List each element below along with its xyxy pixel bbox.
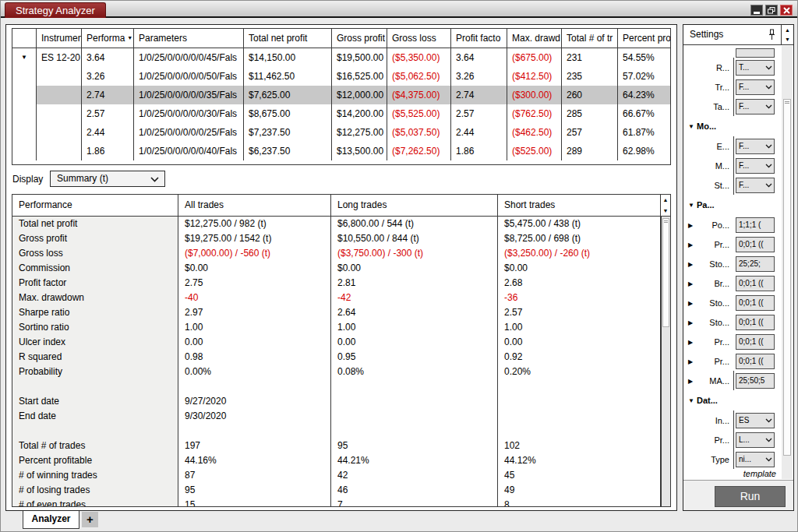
settings-field-value[interactable]: 25;25; — [736, 256, 775, 272]
results-cell: 285 — [562, 104, 618, 123]
minimize-button[interactable] — [750, 5, 763, 16]
results-cell: 3.26 — [451, 67, 507, 86]
results-header-spacer — [12, 29, 37, 48]
settings-field-value[interactable]: 25;50;5 — [736, 373, 775, 389]
settings-field-dropdown[interactable]: L... — [736, 432, 775, 448]
settings-field-dropdown[interactable]: F... — [736, 99, 775, 115]
performance-metric-label: Gross profit — [12, 231, 178, 246]
add-tab-button[interactable]: + — [82, 512, 98, 527]
settings-field-value[interactable]: 0;0;1 (( — [736, 315, 775, 330]
group-divider — [733, 175, 734, 195]
results-column-header[interactable]: Instrument — [37, 29, 82, 48]
results-column-header[interactable]: Performa▼ — [82, 29, 134, 48]
settings-field-dropdown[interactable]: F... — [736, 139, 775, 154]
performance-value: $0.00 — [178, 261, 331, 276]
results-cell: 3.64 — [82, 48, 134, 67]
settings-field-row: Pr...L... — [683, 430, 781, 449]
results-row[interactable]: 2.571/0/25/0/0/0/0/0/30/Fals$8,675.00$14… — [12, 104, 670, 123]
results-column-header[interactable]: Max. drawd — [507, 29, 562, 48]
close-button[interactable] — [780, 5, 793, 16]
performance-value: 44.12% — [498, 453, 661, 468]
performance-value: 45 — [498, 468, 661, 483]
section-collapse-icon[interactable]: ▼ — [688, 397, 694, 404]
section-collapse-icon[interactable]: ▼ — [688, 123, 694, 130]
results-column-header[interactable]: Total # of tr — [562, 29, 618, 48]
settings-field-dropdown[interactable]: ni... — [736, 452, 775, 467]
section-collapse-icon[interactable]: ▼ — [688, 202, 694, 209]
performance-row: Gross profit$19,275.00 / 1542 (t)$10,550… — [12, 231, 670, 246]
scroll-down-icon[interactable]: ▼ — [661, 206, 670, 217]
display-dropdown[interactable]: Summary (t) — [50, 171, 165, 187]
performance-metric-label: End date — [12, 409, 178, 424]
settings-field-clipped[interactable] — [736, 48, 775, 58]
settings-field-value[interactable]: 0;0;1 (( — [736, 354, 775, 369]
group-divider — [733, 97, 734, 116]
settings-section-row[interactable]: ▼Pa... — [683, 195, 781, 215]
pin-icon[interactable] — [768, 29, 775, 44]
scroll-up-icon[interactable]: ▲ — [782, 25, 793, 35]
performance-scroll-buttons: ▲▼ — [661, 195, 670, 216]
restore-button[interactable] — [765, 5, 778, 16]
results-cell — [37, 142, 82, 160]
settings-field-row: ▶Sto...0;0;1 (( — [683, 312, 781, 332]
optimization-results-table: InstrumentPerforma▼ParametersTotal net p… — [12, 28, 671, 165]
performance-metric-label: Start date — [12, 394, 178, 409]
settings-field-dropdown[interactable]: F... — [736, 79, 775, 95]
results-column-header[interactable]: Percent pro — [618, 29, 670, 48]
settings-scrollbar-thumb[interactable] — [783, 99, 791, 456]
results-column-header[interactable]: Total net profit — [244, 29, 332, 48]
settings-field-value[interactable]: 1;1;1 ( — [736, 217, 775, 233]
results-column-header[interactable]: Profit facto — [451, 29, 507, 48]
settings-section-label: Pa... — [697, 200, 715, 210]
scroll-down-icon[interactable]: ▼ — [782, 35, 793, 45]
settings-field-value[interactable]: 0;0;1 (( — [736, 334, 775, 350]
settings-field-dropdown[interactable]: T... — [736, 60, 775, 76]
performance-scrollbar[interactable] — [661, 217, 670, 506]
performance-metric-label: Sortino ratio — [12, 320, 178, 335]
results-column-header[interactable]: Parameters — [134, 29, 244, 48]
column-header-label: Gross loss — [392, 33, 436, 44]
settings-field-dropdown[interactable]: F... — [736, 158, 775, 174]
group-divider — [733, 449, 734, 469]
settings-section-row[interactable]: ▼Dat... — [683, 390, 781, 410]
performance-scrollbar-thumb[interactable] — [662, 218, 669, 327]
settings-field-label: In... — [683, 416, 729, 425]
settings-field-value[interactable]: 0;0;1 (( — [736, 237, 775, 252]
results-row[interactable]: ▼ES 12-203.641/0/25/0/0/0/0/0/45/Fals$14… — [12, 48, 670, 67]
performance-value — [331, 424, 498, 439]
settings-scrollbar[interactable] — [782, 46, 793, 479]
tab-analyzer[interactable]: Analyzer — [23, 511, 79, 529]
results-cell: 1/0/25/0/0/0/0/0/50/Fals — [134, 67, 244, 86]
settings-field-value[interactable]: 0;0;1 (( — [736, 295, 775, 311]
results-column-header[interactable]: Gross loss — [387, 29, 451, 48]
column-header-label: Percent pro — [623, 33, 670, 44]
settings-field-value-text: F... — [739, 142, 749, 150]
results-row[interactable]: 2.441/0/25/0/0/0/0/0/25/Fals$7,237.50$12… — [12, 123, 670, 142]
performance-value: 0.00 — [331, 335, 498, 350]
settings-field-row: ▶Po...1;1;1 ( — [683, 215, 781, 234]
settings-section-row[interactable]: ▼Mo... — [683, 116, 781, 136]
row-expander-icon[interactable]: ▼ — [12, 48, 37, 67]
results-cell: 2.57 — [82, 104, 134, 123]
chevron-down-icon — [765, 85, 772, 90]
scroll-up-icon[interactable]: ▲ — [661, 195, 670, 206]
performance-row — [12, 424, 670, 439]
settings-field-value-text: 0;0;1 (( — [739, 318, 764, 326]
chevron-down-icon — [765, 164, 772, 168]
chevron-down-icon — [765, 65, 772, 70]
settings-field-dropdown[interactable]: ES — [736, 413, 775, 428]
results-row[interactable]: 2.741/0/25/0/0/0/0/0/35/Fals$7,625.00$12… — [12, 86, 670, 104]
results-row[interactable]: 1.861/0/25/0/0/0/0/0/40/Fals$6,237.50$13… — [12, 142, 670, 160]
template-link[interactable]: template — [743, 469, 776, 478]
results-cell: 1/0/25/0/0/0/0/0/45/Fals — [134, 48, 244, 67]
results-row[interactable]: 3.261/0/25/0/0/0/0/0/50/Fals$11,462.50$1… — [12, 67, 670, 86]
settings-field-dropdown[interactable]: F... — [736, 178, 775, 193]
settings-field-value[interactable]: 0;0;1 (( — [736, 276, 775, 291]
run-strip: Run — [683, 480, 793, 510]
run-button[interactable]: Run — [715, 486, 786, 507]
performance-value: 49 — [498, 483, 661, 498]
scrollbar-grip — [785, 101, 789, 104]
settings-field-row: R...T... — [683, 58, 781, 77]
results-column-header[interactable]: Gross profit — [332, 29, 387, 48]
settings-field-value-text: 25;25; — [739, 259, 761, 268]
